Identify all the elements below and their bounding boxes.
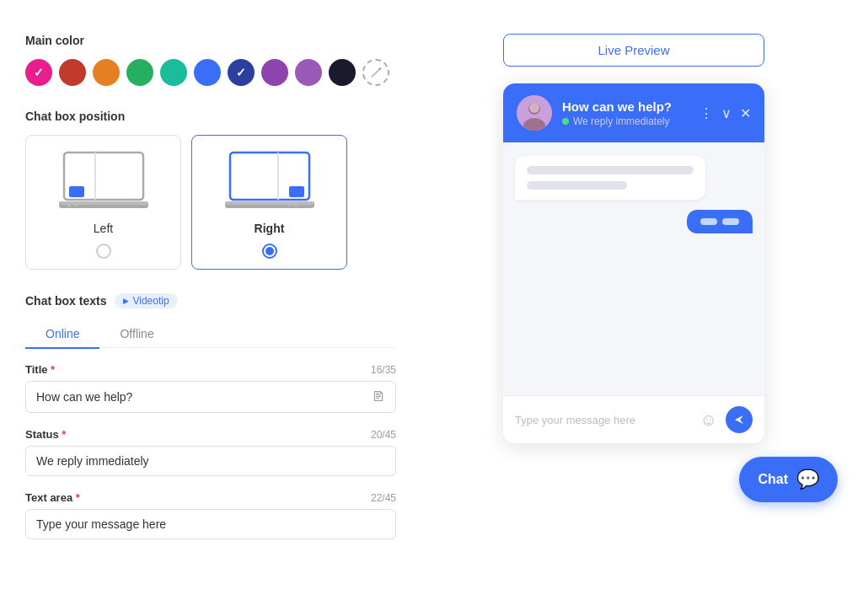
tab-online[interactable]: Online (25, 320, 99, 347)
status-field-group: Status * 20/45 (25, 428, 396, 476)
swatch-teal[interactable] (160, 59, 187, 86)
chat-input-placeholder[interactable]: Type your message here (515, 414, 692, 426)
title-required: * (48, 363, 56, 376)
swatch-green[interactable] (126, 59, 153, 86)
right-panel: Live Preview How can we help? We reply i… (430, 34, 838, 582)
svg-point-18 (529, 103, 539, 113)
chat-widget-preview: How can we help? We reply immediately ⋮ … (503, 83, 764, 443)
menu-icon[interactable]: ⋮ (700, 105, 713, 121)
title-field-group: Title * 16/35 🖹 (25, 363, 396, 413)
launcher-label: Chat (758, 472, 788, 487)
header-text: How can we help? We reply immediately (562, 99, 689, 127)
svg-point-14 (294, 203, 297, 206)
position-left-radio[interactable] (96, 244, 111, 259)
header-actions: ⋮ ∨ ✕ (700, 105, 751, 121)
status-input-wrapper (25, 446, 396, 476)
svg-rect-10 (225, 201, 314, 205)
chat-body (503, 142, 764, 395)
status-input[interactable] (36, 454, 385, 468)
swatch-custom[interactable] (362, 59, 389, 86)
svg-rect-12 (289, 186, 304, 197)
textarea-label: Text area * (25, 491, 80, 504)
title-char-count: 16/35 (371, 364, 396, 376)
title-input-wrapper: 🖹 (25, 381, 396, 413)
texts-label: Chat box texts (25, 294, 106, 308)
chat-footer: Type your message here ☺ (503, 395, 764, 443)
svg-point-7 (74, 203, 78, 206)
videotip-badge[interactable]: Videotip (115, 293, 177, 308)
swatch-orange[interactable] (93, 59, 120, 86)
reply-dot-1 (700, 218, 717, 225)
chat-launcher[interactable]: Chat 💬 (739, 457, 838, 502)
textarea-label-row: Text area * 22/45 (25, 491, 396, 504)
position-right[interactable]: Right (191, 135, 347, 270)
position-options: Left Right (25, 135, 396, 270)
textarea-input-wrapper (25, 509, 396, 539)
svg-rect-3 (59, 201, 148, 205)
swatch-red[interactable] (59, 59, 86, 86)
msg-line-2 (527, 181, 627, 190)
status-required: * (59, 428, 67, 441)
tabs: Online Offline (25, 320, 396, 348)
videotip-label: Videotip (132, 295, 169, 307)
position-label: Chat box position (25, 110, 396, 123)
header-status: We reply immediately (562, 115, 689, 127)
textarea-field-group: Text area * 22/45 (25, 491, 396, 539)
position-section: Chat box position Left (25, 110, 396, 270)
close-icon[interactable]: ✕ (740, 105, 751, 121)
texts-section: Chat box texts Videotip Online Offline T… (25, 293, 396, 539)
status-char-count: 20/45 (371, 429, 396, 441)
tab-offline[interactable]: Offline (99, 320, 174, 347)
live-preview-button[interactable]: Live Preview (503, 34, 764, 67)
avatar (517, 95, 552, 131)
textarea-char-count: 22/45 (371, 492, 396, 504)
svg-point-13 (287, 203, 291, 206)
svg-point-6 (67, 203, 71, 206)
swatch-blue[interactable] (194, 59, 221, 86)
title-label-row: Title * 16/35 (25, 363, 396, 376)
svg-rect-5 (69, 186, 84, 197)
outgoing-reply (687, 210, 753, 233)
msg-line-1 (527, 166, 694, 174)
position-left[interactable]: Left (25, 135, 181, 270)
swatch-purple[interactable] (261, 59, 288, 86)
emoji-icon-title[interactable]: 🖹 (372, 389, 385, 404)
swatch-dark-blue[interactable] (228, 59, 255, 86)
left-panel: Main color Chat box position (25, 34, 396, 582)
reply-dot-2 (722, 218, 739, 225)
title-label: Title * (25, 363, 55, 376)
status-dot (562, 118, 569, 125)
swatch-pink[interactable] (25, 59, 52, 86)
color-swatches (25, 59, 396, 86)
swatch-black[interactable] (329, 59, 356, 86)
svg-rect-11 (277, 153, 279, 200)
main-color-label: Main color (25, 34, 396, 47)
status-label-row: Status * 20/45 (25, 428, 396, 441)
textarea-required: * (72, 491, 80, 504)
chat-header: How can we help? We reply immediately ⋮ … (503, 83, 764, 142)
title-input[interactable] (36, 390, 372, 404)
chevron-down-icon[interactable]: ∨ (721, 105, 732, 121)
incoming-message (515, 156, 705, 200)
header-title: How can we help? (562, 99, 689, 114)
emoji-footer-icon[interactable]: ☺ (700, 410, 717, 430)
textarea-input[interactable] (36, 517, 385, 531)
swatch-light-purple[interactable] (295, 59, 322, 86)
position-right-radio[interactable] (262, 244, 277, 259)
svg-rect-4 (94, 153, 96, 200)
chat-bubble-icon: 💬 (796, 469, 819, 490)
position-left-label: Left (94, 222, 113, 235)
status-label: Status * (25, 428, 66, 441)
position-right-label: Right (255, 222, 285, 235)
send-button[interactable] (726, 406, 753, 433)
svg-point-0 (379, 67, 382, 70)
texts-header: Chat box texts Videotip (25, 293, 396, 308)
